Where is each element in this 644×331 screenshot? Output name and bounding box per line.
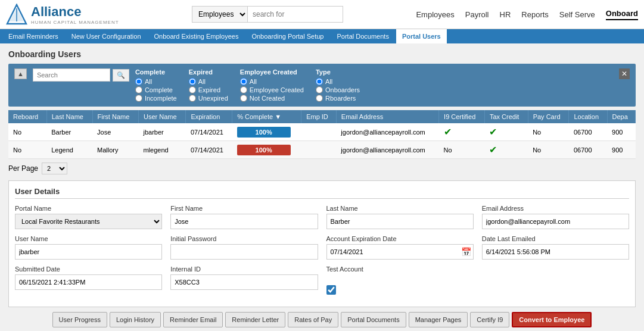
- internal-id-input[interactable]: [170, 274, 318, 290]
- cell-expiration: 07/14/2021: [186, 141, 232, 159]
- form-row-1: Portal Name Local Favorite Restaurants F…: [15, 205, 629, 229]
- tab-portal-users[interactable]: Portal Users: [396, 29, 447, 43]
- per-page-control: Per Page 2 5 10 25: [8, 163, 636, 174]
- table-header-row: Reboard Last Name First Name User Name E…: [8, 110, 636, 123]
- col-lastname[interactable]: Last Name: [46, 110, 92, 123]
- user-progress-button[interactable]: User Progress: [52, 312, 107, 327]
- filter-emp-created-title: Employee Created: [240, 68, 304, 76]
- cell-location: 06700: [569, 141, 607, 159]
- table-row[interactable]: No Barber Jose jbarber 07/14/2021 100% j…: [8, 123, 636, 141]
- sort-icon[interactable]: ▲: [14, 68, 27, 79]
- per-page-select[interactable]: 2 5 10 25: [42, 163, 67, 174]
- last-name-label: Last Name: [326, 205, 474, 212]
- search-category-dropdown[interactable]: Employees: [192, 6, 248, 23]
- nav-employees[interactable]: Employees: [416, 10, 454, 19]
- username-input[interactable]: [15, 244, 162, 260]
- col-location[interactable]: Location: [569, 110, 607, 123]
- cell-taxcredit: ✔: [484, 141, 528, 159]
- certify-i9-button[interactable]: Certify I9: [470, 312, 509, 327]
- username-label: User Name: [15, 235, 162, 242]
- nav-reports[interactable]: Reports: [521, 10, 549, 19]
- calendar-icon[interactable]: 📅: [461, 247, 471, 257]
- filter-complete-incomplete[interactable]: Incomplete: [135, 95, 177, 102]
- email-input[interactable]: [482, 214, 629, 229]
- filter-close-button[interactable]: ✕: [619, 68, 630, 79]
- filter-type-all[interactable]: All: [316, 78, 360, 85]
- cell-pct-complete: 100%: [232, 141, 301, 159]
- cell-emp-id: [301, 141, 337, 159]
- convert-to-employee-button[interactable]: Convert to Employee: [512, 312, 592, 327]
- tab-onboard-existing[interactable]: Onboard Existing Employees: [148, 29, 245, 43]
- first-name-input[interactable]: [170, 214, 318, 229]
- date-last-emailed-input[interactable]: [482, 244, 629, 260]
- filter-top: ▲ 🔍 Complete All Complete Incomplete Exp…: [14, 68, 630, 102]
- test-account-checkbox-wrapper: [326, 285, 474, 295]
- cell-email: jgordon@alliancepayroll.com: [336, 123, 438, 141]
- tab-portal-setup[interactable]: Onboarding Portal Setup: [245, 29, 329, 43]
- filter-empcreated-notcreated[interactable]: Not Created: [240, 95, 304, 102]
- table-body: No Barber Jose jbarber 07/14/2021 100% j…: [8, 123, 636, 159]
- nav-selfserve[interactable]: Self Serve: [559, 10, 595, 19]
- col-taxcredit[interactable]: Tax Credit: [484, 110, 528, 123]
- cell-pct-complete: 100%: [232, 123, 301, 141]
- test-account-field: Test Account: [326, 266, 474, 295]
- nav-hr[interactable]: HR: [500, 10, 511, 19]
- filter-type-rboarders[interactable]: Rboarders: [316, 95, 360, 102]
- cell-dept: 900: [607, 141, 635, 159]
- portal-name-select[interactable]: Local Favorite Restaurants: [15, 214, 162, 229]
- filter-expired-all[interactable]: All: [189, 78, 228, 85]
- account-expiration-input[interactable]: [326, 244, 474, 260]
- last-name-input[interactable]: [326, 214, 474, 229]
- col-reboard[interactable]: Reboard: [8, 110, 46, 123]
- tab-portal-docs[interactable]: Portal Documents: [331, 29, 394, 43]
- col-i9[interactable]: I9 Certified: [439, 110, 485, 123]
- filter-empcreated-created[interactable]: Employee Created: [240, 86, 304, 93]
- placeholder-field: [482, 266, 629, 295]
- col-dept[interactable]: Depa: [607, 110, 635, 123]
- cell-lastname: Barber: [46, 123, 92, 141]
- filter-type-onboarders[interactable]: Onboarders: [316, 86, 360, 93]
- filter-groups: Complete All Complete Incomplete Expired…: [135, 68, 613, 102]
- filter-complete-all[interactable]: All: [135, 78, 177, 85]
- filter-expired-expired[interactable]: Expired: [189, 86, 228, 93]
- filter-search-area: 🔍: [33, 68, 129, 82]
- date-last-emailed-field: Date Last Emailed: [482, 235, 629, 260]
- user-details-section: User Details Portal Name Local Favorite …: [8, 180, 636, 307]
- filter-search-button[interactable]: 🔍: [113, 69, 129, 82]
- portal-documents-button[interactable]: Portal Documents: [341, 312, 406, 327]
- nav-onboard[interactable]: Onboard: [606, 9, 638, 20]
- reminder-email-button[interactable]: Reminder Email: [163, 312, 223, 327]
- date-last-emailed-label: Date Last Emailed: [482, 235, 629, 242]
- col-pct-complete[interactable]: % Complete ▼: [232, 110, 301, 123]
- col-paycard[interactable]: Pay Card: [528, 110, 569, 123]
- filter-complete-complete[interactable]: Complete: [135, 86, 177, 93]
- tab-email-reminders[interactable]: Email Reminders: [2, 29, 64, 43]
- col-expiration[interactable]: Expiration: [186, 110, 232, 123]
- rates-of-pay-button[interactable]: Rates of Pay: [288, 312, 338, 327]
- search-input[interactable]: [248, 6, 343, 23]
- submitted-date-input[interactable]: [15, 274, 162, 290]
- cell-emp-id: [301, 123, 337, 141]
- filter-empcreated-all[interactable]: All: [240, 78, 304, 85]
- search-bar: Employees: [192, 6, 343, 23]
- filter-search-input[interactable]: [33, 68, 110, 82]
- submitted-date-field: Submitted Date: [15, 266, 162, 295]
- col-emp-id[interactable]: Emp ID: [301, 110, 337, 123]
- table-row[interactable]: No Legend Mallory mlegend 07/14/2021 100…: [8, 141, 636, 159]
- nav-payroll[interactable]: Payroll: [465, 10, 489, 19]
- reminder-letter-button[interactable]: Reminder Letter: [225, 312, 285, 327]
- login-history-button[interactable]: Login History: [110, 312, 161, 327]
- tab-new-user-config[interactable]: New User Configuration: [66, 29, 147, 43]
- col-username[interactable]: User Name: [138, 110, 185, 123]
- portal-name-label: Portal Name: [15, 205, 162, 212]
- form-row-2: User Name Initial Password Account Expir…: [15, 235, 629, 260]
- filter-expired-unexpired[interactable]: Unexpired: [189, 95, 228, 102]
- col-firstname[interactable]: First Name: [92, 110, 138, 123]
- manager-pages-button[interactable]: Manager Pages: [409, 312, 468, 327]
- cell-reboard: No: [8, 141, 46, 159]
- cell-i9: No: [439, 141, 485, 159]
- col-email[interactable]: Email Address: [336, 110, 438, 123]
- initial-password-input[interactable]: [170, 244, 318, 260]
- test-account-checkbox[interactable]: [326, 285, 336, 295]
- tab-bar: Email Reminders New User Configuration O…: [0, 29, 644, 43]
